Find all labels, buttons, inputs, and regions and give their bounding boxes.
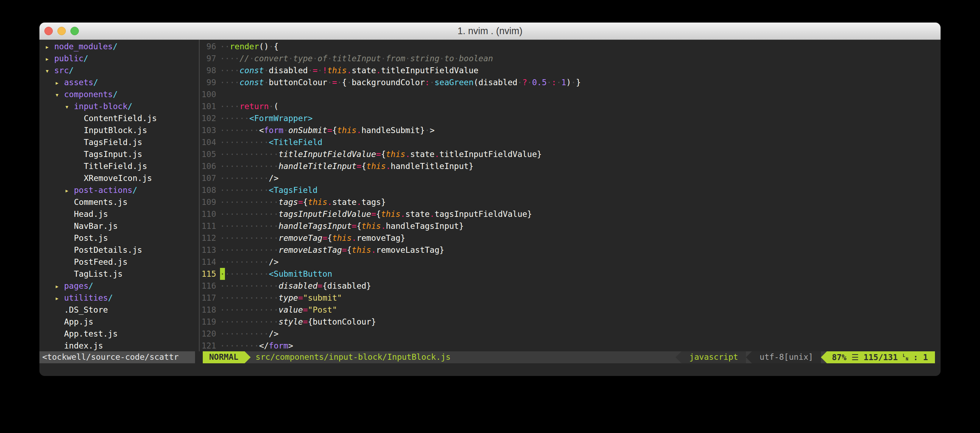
- code-line-112[interactable]: 112············removeTag={this.removeTag…: [200, 232, 940, 244]
- directory-label: pages: [64, 281, 88, 290]
- line-position: 115/131: [864, 352, 897, 363]
- tree-item-TitleField.js[interactable]: TitleField.js: [40, 160, 199, 172]
- token: disabled: [269, 66, 308, 75]
- tree-item-TagsInput.js[interactable]: TagsInput.js: [40, 148, 199, 160]
- code-line-107[interactable]: 107··········/>: [200, 172, 940, 184]
- collapsed-arrow-icon[interactable]: ▸: [45, 41, 54, 53]
- code-line-105[interactable]: 105············titleInputFieldValue={thi…: [200, 148, 940, 160]
- code-line-100[interactable]: 100: [200, 88, 940, 100]
- tree-item-ContentField.js[interactable]: ContentField.js: [40, 112, 199, 124]
- space-dot: ·: [220, 66, 225, 75]
- tree-item-src[interactable]: ▾src/: [40, 64, 199, 76]
- space-dot: ·: [249, 126, 254, 135]
- tree-item-NavBar.js[interactable]: NavBar.js: [40, 220, 199, 232]
- space-dot: ·: [254, 174, 259, 183]
- window-titlebar[interactable]: 1. nvim . (nvim): [40, 22, 940, 40]
- code-line-113[interactable]: 113············removeLastTag={this.remov…: [200, 244, 940, 256]
- code-line-118[interactable]: 118············value="Post": [200, 304, 940, 316]
- line-number: 112: [200, 232, 216, 244]
- space-dot: ·: [269, 233, 274, 242]
- directory-slash: /: [69, 66, 74, 75]
- expanded-arrow-icon[interactable]: ▾: [65, 101, 74, 113]
- tree-item-input-block[interactable]: ▾input-block/: [40, 100, 199, 112]
- close-button[interactable]: [45, 27, 53, 35]
- code-line-103[interactable]: 103········<form·onSubmit={this.handleSu…: [200, 124, 940, 136]
- token: handleTagsInput: [278, 221, 352, 231]
- space-dot: ·: [269, 305, 274, 314]
- tree-item-XRemoveIcon.js[interactable]: XRemoveIcon.js: [40, 172, 199, 184]
- token: =: [342, 245, 347, 255]
- space-dot: ·: [244, 197, 249, 207]
- token: titleInputFieldValue: [278, 150, 376, 159]
- tree-item-.DS_Store[interactable]: .DS_Store: [40, 304, 199, 316]
- token: boolean: [459, 54, 493, 63]
- space-dot: ·: [264, 329, 269, 338]
- code-line-96[interactable]: 96··render()·{: [200, 40, 940, 53]
- tree-item-post-actions[interactable]: ▸post-actions/: [40, 184, 199, 196]
- collapsed-arrow-icon[interactable]: ▸: [45, 53, 54, 65]
- zoom-button[interactable]: [70, 27, 79, 35]
- tree-item-TagList.js[interactable]: TagList.js: [40, 268, 199, 280]
- file-label: TitleField.js: [84, 162, 147, 171]
- code-line-106[interactable]: 106············handleTitleInput={this.ha…: [200, 160, 940, 172]
- tree-item-App.js[interactable]: App.js: [40, 316, 199, 328]
- code-line-110[interactable]: 110············tagsInputFieldValue={this…: [200, 208, 940, 220]
- expanded-arrow-icon[interactable]: ▾: [45, 65, 54, 77]
- powerline-arrow-right-icon: [245, 351, 251, 363]
- tree-item-pages[interactable]: ▸pages/: [40, 280, 199, 292]
- code-line-109[interactable]: 109············tags={this.state.tags}: [200, 196, 940, 208]
- code-line-119[interactable]: 119············style={buttonColour}: [200, 316, 940, 328]
- code-line-98[interactable]: 98····const·disabled·=·!this.state.title…: [200, 64, 940, 76]
- tree-item-node_modules[interactable]: ▸node_modules/: [40, 40, 199, 53]
- space-dot: ·: [254, 209, 259, 219]
- tree-item-components[interactable]: ▾components/: [40, 88, 199, 100]
- collapsed-arrow-icon[interactable]: ▸: [65, 185, 74, 196]
- tree-item-Head.js[interactable]: Head.js: [40, 208, 199, 220]
- collapsed-arrow-icon[interactable]: ▸: [55, 280, 64, 292]
- tree-item-public[interactable]: ▸public/: [40, 53, 199, 64]
- code-line-116[interactable]: 116············disabled={disabled}: [200, 280, 940, 292]
- tree-item-TagsField.js[interactable]: TagsField.js: [40, 136, 199, 148]
- tree-item-index.js[interactable]: index.js: [40, 340, 199, 351]
- tree-item-Post.js[interactable]: Post.js: [40, 232, 199, 244]
- tree-item-utilities[interactable]: ▸utilities/: [40, 292, 199, 304]
- code-line-115[interactable]: 115··········<SubmitButton: [200, 268, 940, 280]
- token: <TagsField: [269, 186, 318, 195]
- editor-pane[interactable]: 96··render()·{97····//·convert·type·of·t…: [200, 40, 940, 351]
- code-line-108[interactable]: 108··········<TagsField: [200, 184, 940, 196]
- code-line-117[interactable]: 117············type="submit": [200, 292, 940, 304]
- code-line-121[interactable]: 121········</form>: [200, 340, 940, 351]
- expanded-arrow-icon[interactable]: ▾: [55, 89, 64, 101]
- space-dot: ·: [220, 233, 225, 242]
- file-tree[interactable]: ▸node_modules/▸public/▾src/▸assets/▾comp…: [40, 40, 199, 351]
- collapsed-arrow-icon[interactable]: ▸: [55, 77, 64, 89]
- space-dot: ·: [225, 78, 230, 87]
- space-dot: ·: [225, 257, 230, 266]
- space-dot: ·: [240, 269, 245, 279]
- space-dot: ·: [230, 114, 235, 123]
- code-line-104[interactable]: 104··········<TitleField: [200, 136, 940, 148]
- tree-item-InputBlock.js[interactable]: InputBlock.js: [40, 124, 199, 136]
- code-line-102[interactable]: 102······<FormWrapper>: [200, 112, 940, 124]
- tree-item-assets[interactable]: ▸assets/: [40, 76, 199, 88]
- token: {: [342, 78, 347, 87]
- code-line-120[interactable]: 120··········/>: [200, 328, 940, 340]
- line-number: 120: [200, 328, 216, 340]
- space-dot: ·: [220, 317, 225, 326]
- space-dot: ·: [254, 341, 259, 350]
- tree-item-Comments.js[interactable]: Comments.js: [40, 196, 199, 208]
- minimize-button[interactable]: [57, 27, 66, 35]
- tree-item-App.test.js[interactable]: App.test.js: [40, 328, 199, 340]
- space-dot: ·: [230, 66, 235, 75]
- tree-item-PostFeed.js[interactable]: PostFeed.js: [40, 256, 199, 268]
- code-line-97[interactable]: 97····//·convert·type·of·titleInput·from…: [200, 53, 940, 64]
- code-line-111[interactable]: 111············handleTagsInput={this.han…: [200, 220, 940, 232]
- code-line-114[interactable]: 114··········/>: [200, 256, 940, 268]
- code-line-101[interactable]: 101····return·(: [200, 100, 940, 112]
- collapsed-arrow-icon[interactable]: ▸: [55, 292, 64, 304]
- space-dot: ·: [264, 197, 269, 207]
- space-dot: ·: [430, 78, 435, 87]
- code-line-99[interactable]: 99····const·buttonColour·=·{·backgroundC…: [200, 76, 940, 88]
- line-number: 100: [200, 88, 216, 100]
- tree-item-PostDetails.js[interactable]: PostDetails.js: [40, 244, 199, 256]
